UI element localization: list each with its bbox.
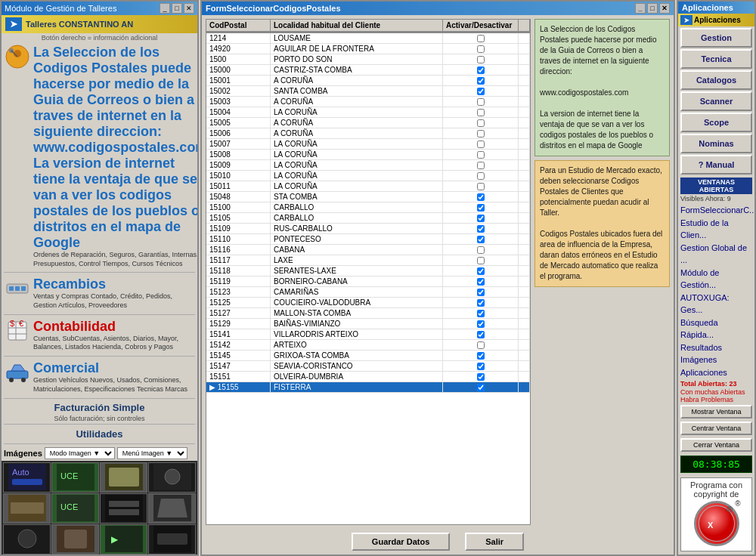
recambios-section[interactable]: Recambios Ventas y Compras Contado, Créd… <box>2 274 197 312</box>
table-row[interactable]: 15109 RUS-CARBALLO <box>206 224 530 234</box>
cell-check[interactable] <box>443 276 519 286</box>
table-row[interactable]: 15129 BAIÑAS-VIMIANZO <box>206 319 530 329</box>
maximize-button[interactable]: □ <box>172 3 182 14</box>
cell-check[interactable] <box>443 86 519 96</box>
table-row[interactable]: 15011 LA CORUÑA <box>206 181 530 192</box>
table-row[interactable]: 15000 CASTRIZ-STA COMBA <box>206 65 530 76</box>
window-list-item[interactable]: Gestion Global de ... <box>680 242 752 267</box>
cell-check[interactable] <box>443 150 519 159</box>
img-cell-11[interactable]: ▶ <box>100 524 147 554</box>
facturacion-title[interactable]: Facturación Simple <box>2 400 197 415</box>
table-row[interactable]: 14920 AGUILAR DE LA FRONTERA <box>206 44 530 54</box>
table-row[interactable]: 15127 MALLON-STA COMBA <box>206 308 530 319</box>
img-cell-3[interactable] <box>100 462 147 493</box>
table-row[interactable]: 15141 VILLARODRIS ARTEIXO <box>206 329 530 340</box>
window-list-item[interactable]: Aplicaciones <box>680 366 752 379</box>
cell-check[interactable] <box>443 76 519 85</box>
table-row[interactable]: 15147 SEAVIA-CORISTANCO <box>206 361 530 372</box>
img-cell-5[interactable] <box>3 493 51 524</box>
window-list-item[interactable]: Módulo de Gestión... <box>680 267 752 292</box>
table-row[interactable]: 15100 CARBALLO <box>206 202 530 213</box>
cell-check[interactable] <box>443 202 519 212</box>
table-row[interactable]: 15008 LA CORUÑA <box>206 150 530 160</box>
img-cell-1[interactable]: Auto <box>3 462 51 493</box>
contabilidad-section[interactable]: $ € Contabilidad Cuentas, SubCuentas, As… <box>2 317 197 354</box>
cell-check[interactable] <box>443 54 519 64</box>
close-button[interactable]: ✕ <box>184 3 194 14</box>
img-cell-2[interactable]: UCE <box>51 462 99 493</box>
table-row[interactable]: 15142 ARTEIXO <box>206 340 530 351</box>
right-btn-catalogos[interactable]: Catalogos <box>680 70 752 90</box>
centrar-ventana-button[interactable]: Centrar Ventana <box>680 422 752 435</box>
table-row[interactable]: 15004 LA CORUÑA <box>206 107 530 118</box>
right-btn-nominas[interactable]: Nominas <box>680 134 752 153</box>
cell-check[interactable] <box>443 171 519 181</box>
img-cell-12[interactable] <box>148 524 196 554</box>
cell-check[interactable] <box>443 382 519 392</box>
table-row[interactable]: 15118 SERANTES-LAXE <box>206 266 530 276</box>
table-row[interactable]: ▶ 15155 FISTERRA <box>206 382 530 393</box>
right-btn-gestion[interactable]: Gestion <box>680 28 752 48</box>
cell-check[interactable] <box>443 245 519 255</box>
table-row[interactable]: 15002 SANTA COMBA <box>206 86 530 97</box>
window-list-item[interactable]: Búsqueda Rápida... <box>680 317 752 341</box>
cell-check[interactable] <box>443 319 519 329</box>
img-cell-7[interactable] <box>100 493 147 524</box>
img-cell-8[interactable] <box>148 493 196 524</box>
table-row[interactable]: 15001 A CORUÑA <box>206 76 530 86</box>
table-row[interactable]: 15048 STA COMBA <box>206 192 530 202</box>
cell-check[interactable] <box>443 192 519 202</box>
cell-check[interactable] <box>443 139 519 149</box>
modo-imagen-select[interactable]: Modo Imagen ▼ <box>45 447 115 459</box>
table-row[interactable]: 15105 CARBALLO <box>206 213 530 224</box>
cell-check[interactable] <box>443 287 519 297</box>
cell-check[interactable] <box>443 97 519 107</box>
center-minimize-button[interactable]: _ <box>635 3 646 14</box>
minimize-button[interactable]: _ <box>160 3 170 14</box>
center-close-button[interactable]: ✕ <box>659 3 670 14</box>
table-row[interactable]: 15117 LAXE <box>206 255 530 266</box>
cell-check[interactable] <box>443 213 519 223</box>
table-row[interactable]: 1500 PORTO DO SON <box>206 54 530 65</box>
window-list-item[interactable]: Estudio de la Clien... <box>680 217 752 242</box>
cell-check[interactable] <box>443 298 519 307</box>
cell-check[interactable] <box>443 266 519 276</box>
img-cell-4[interactable] <box>148 462 196 493</box>
comercial-section[interactable]: Comercial Gestion Vehículos Nuevos, Usad… <box>2 358 197 396</box>
cell-check[interactable] <box>443 44 519 54</box>
cell-check[interactable] <box>443 118 519 128</box>
table-row[interactable]: 15151 OLVEIRA-DUMBRIA <box>206 372 530 382</box>
img-cell-10[interactable] <box>51 524 99 554</box>
table-row[interactable]: 15010 LA CORUÑA <box>206 171 530 181</box>
cell-check[interactable] <box>443 181 519 191</box>
table-row[interactable]: 15119 BORNEIRO-CABANA <box>206 276 530 287</box>
cell-check[interactable] <box>443 351 519 360</box>
cell-check[interactable] <box>443 329 519 339</box>
cell-check[interactable] <box>443 308 519 318</box>
img-cell-6[interactable]: UCE <box>51 493 99 524</box>
table-row[interactable]: 15125 COUCIEIRO-VALDODUBRA <box>206 298 530 308</box>
table-row[interactable]: 15005 A CORUÑA <box>206 118 530 128</box>
cell-check[interactable] <box>443 224 519 233</box>
taller-section[interactable]: La Seleccion de los Codigos Postales pue… <box>2 42 197 270</box>
window-list-item[interactable]: Imágenes <box>680 354 752 366</box>
mostrar-ventana-button[interactable]: Mostrar Ventana <box>680 405 752 419</box>
table-row[interactable]: 15003 A CORUÑA <box>206 97 530 107</box>
menu-imagen-select[interactable]: Menú Imagen ▼ <box>117 447 187 459</box>
cell-check[interactable] <box>443 33 519 43</box>
table-row[interactable]: 15007 LA CORUÑA <box>206 139 530 150</box>
cell-check[interactable] <box>443 234 519 244</box>
right-btn-tecnica[interactable]: Tecnica <box>680 49 752 69</box>
table-row[interactable]: 15110 PONTECESO <box>206 234 530 245</box>
cell-check[interactable] <box>443 372 519 381</box>
salir-button[interactable]: Salir <box>465 533 524 551</box>
center-maximize-button[interactable]: □ <box>647 3 658 14</box>
utilidades-btn[interactable]: Utilidades <box>2 426 197 442</box>
right-btn-scanner[interactable]: Scanner <box>680 91 752 111</box>
cell-check[interactable] <box>443 65 519 75</box>
cell-check[interactable] <box>443 361 519 371</box>
guardar-datos-button[interactable]: Guardar Datos <box>352 533 450 551</box>
window-list-item[interactable]: AUTOXUGA: Ges... <box>680 292 752 317</box>
window-list-item[interactable]: FormSeleccionarC... <box>680 204 752 217</box>
table-row[interactable]: 15145 GRIXOA-STA COMBA <box>206 351 530 361</box>
